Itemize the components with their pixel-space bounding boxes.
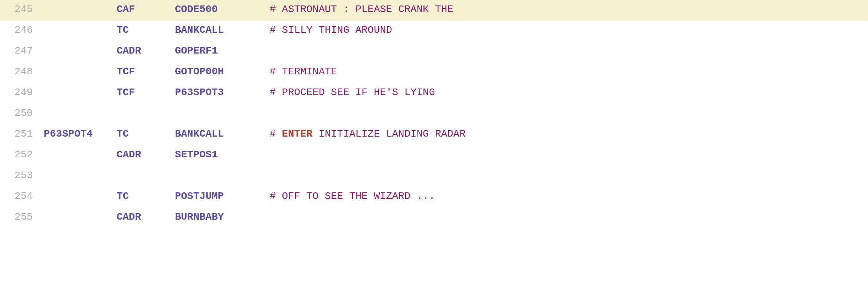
comment-hash: # <box>270 87 282 98</box>
code-label <box>44 171 117 178</box>
code-viewer: 245CAFCODE500# ASTRONAUT : PLEASE CRANK … <box>0 0 868 228</box>
code-comment <box>270 150 868 157</box>
comment-part1: ASTRONAUT : <box>282 4 349 15</box>
comment-hash: # <box>270 191 282 202</box>
comment-part2: SILLY THING AROUND <box>282 24 392 36</box>
code-comment: # ASTRONAUT : PLEASE CRANK THE <box>270 0 868 19</box>
code-label: P63SPOT4 <box>44 125 117 143</box>
comment-hash: # <box>270 4 282 15</box>
code-label <box>44 192 117 199</box>
code-label <box>44 212 117 220</box>
line-number: 251 <box>0 125 44 143</box>
code-opcode <box>117 109 175 116</box>
code-operand: BANKCALL <box>175 21 270 39</box>
code-opcode: CADR <box>117 145 175 164</box>
code-operand: BURNBABY <box>175 208 270 226</box>
comment-part1: TERMINATE <box>282 66 337 77</box>
code-operand: P63SPOT3 <box>175 83 270 102</box>
code-opcode: CADR <box>117 42 175 60</box>
code-label <box>44 150 117 157</box>
line-number: 248 <box>0 62 44 81</box>
code-comment <box>270 46 868 54</box>
table-row: 248TCFGOTOP00H# TERMINATE <box>0 62 868 83</box>
code-operand: GOPERF1 <box>175 42 270 60</box>
table-row: 245CAFCODE500# ASTRONAUT : PLEASE CRANK … <box>0 0 868 21</box>
table-row: 253 <box>0 166 868 187</box>
comment-part2: PLEASE CRANK THE <box>355 4 453 15</box>
code-comment: # OFF TO SEE THE WIZARD ... <box>270 187 868 205</box>
table-row: 255CADRBURNBABY <box>0 208 868 228</box>
comment-hash: # <box>270 66 282 77</box>
line-number: 254 <box>0 187 44 205</box>
table-row: 246TCBANKCALL# SILLY THING AROUND <box>0 21 868 42</box>
code-label <box>44 26 117 33</box>
code-opcode: CAF <box>117 0 175 19</box>
code-opcode: TC <box>117 125 175 143</box>
code-comment: # TERMINATE <box>270 62 868 81</box>
code-label <box>44 67 117 74</box>
code-comment <box>270 171 868 178</box>
code-comment <box>270 109 868 116</box>
code-comment <box>270 212 868 220</box>
table-row: 254TCPOSTJUMP# OFF TO SEE THE WIZARD ... <box>0 187 868 208</box>
comment-part2: SEE IF HE'S LYING <box>331 87 435 98</box>
code-opcode: TCF <box>117 62 175 81</box>
code-comment: # ENTER INITIALIZE LANDING RADAR <box>270 125 868 143</box>
code-label <box>44 5 117 12</box>
line-number: 253 <box>0 166 44 185</box>
code-operand: CODE500 <box>175 0 270 19</box>
line-number: 245 <box>0 0 44 19</box>
code-operand: BANKCALL <box>175 125 270 143</box>
code-opcode: TCF <box>117 83 175 102</box>
code-opcode: CADR <box>117 208 175 226</box>
line-number: 249 <box>0 83 44 102</box>
code-label <box>44 46 117 54</box>
code-label <box>44 88 117 95</box>
comment-part1: ENTER <box>282 128 313 140</box>
line-number: 247 <box>0 42 44 60</box>
line-number: 255 <box>0 208 44 226</box>
comment-hash: # <box>270 128 282 140</box>
code-comment: # PROCEED SEE IF HE'S LYING <box>270 83 868 102</box>
code-comment: # SILLY THING AROUND <box>270 21 868 39</box>
code-label <box>44 109 117 116</box>
code-operand: POSTJUMP <box>175 187 270 205</box>
code-operand: GOTOP00H <box>175 62 270 81</box>
line-number: 252 <box>0 145 44 164</box>
table-row: 251P63SPOT4TCBANKCALL# ENTER INITIALIZE … <box>0 125 868 145</box>
code-opcode <box>117 171 175 178</box>
code-operand: SETPOS1 <box>175 145 270 164</box>
table-row: 252CADRSETPOS1 <box>0 145 868 166</box>
comment-hash: # <box>270 24 282 36</box>
code-operand <box>175 109 270 116</box>
code-operand <box>175 171 270 178</box>
code-opcode: TC <box>117 187 175 205</box>
line-number: 250 <box>0 104 44 122</box>
code-opcode: TC <box>117 21 175 39</box>
line-number: 246 <box>0 21 44 39</box>
table-row: 250 <box>0 104 868 125</box>
comment-part2: INITIALIZE LANDING RADAR <box>318 128 465 140</box>
comment-part1: PROCEED <box>282 87 325 98</box>
table-row: 247CADRGOPERF1 <box>0 42 868 62</box>
table-row: 249TCFP63SPOT3# PROCEED SEE IF HE'S LYIN… <box>0 83 868 104</box>
comment-part1: OFF TO SEE THE WIZARD ... <box>282 191 435 202</box>
